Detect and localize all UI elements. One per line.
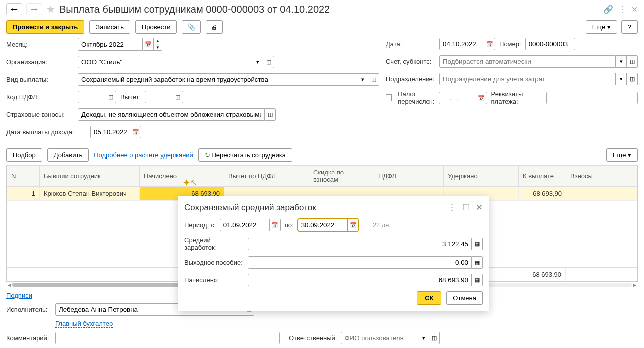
cell-n: 1: [7, 187, 40, 201]
signatures-link[interactable]: Подписи: [6, 292, 32, 299]
more-button-1[interactable]: Еще ▾: [586, 20, 617, 34]
date-label: Дата:: [386, 40, 435, 48]
paperclip-icon: 📎: [187, 23, 195, 31]
dropdown-icon[interactable]: ▾: [357, 73, 368, 86]
print-button[interactable]: 🖨: [206, 20, 223, 34]
ndfl-code-label: Код НДФЛ:: [6, 93, 74, 101]
calendar-icon[interactable]: 📅: [270, 219, 281, 231]
add-button[interactable]: Добавить: [47, 148, 89, 162]
days-count: 22 дн.: [373, 221, 391, 229]
help-button[interactable]: ?: [621, 20, 638, 34]
dropdown-icon[interactable]: ▾: [616, 73, 627, 85]
req-input[interactable]: [546, 92, 638, 104]
popup-title: Сохраняемый средний заработок: [184, 203, 316, 213]
open-icon[interactable]: ◫: [105, 91, 116, 103]
calendar-icon[interactable]: 📅: [130, 126, 141, 138]
col-contrib-discount[interactable]: Скидка по взносам: [309, 166, 374, 187]
month-input[interactable]: [78, 38, 143, 51]
calc-icon[interactable]: ▦: [472, 238, 483, 250]
to-label: по:: [285, 221, 294, 229]
total-to-pay: 68 693,90: [518, 268, 566, 281]
pick-button[interactable]: Подбор: [6, 148, 42, 162]
account-input[interactable]: [439, 55, 616, 68]
forward-button[interactable]: 🡒: [26, 3, 42, 15]
recalc-button[interactable]: ↻ Пересчитать сотрудника: [198, 148, 292, 162]
tax-paid-label: Налог перечислен:: [398, 90, 434, 105]
cell-employee: Крюков Степан Викторович: [40, 187, 140, 201]
dropdown-icon[interactable]: ▾: [616, 55, 627, 68]
open-icon[interactable]: ◫: [429, 332, 440, 344]
dept-label: Подразделение:: [386, 75, 435, 83]
details-link[interactable]: Подробнее о расчете удержаний: [94, 151, 193, 159]
accrued-detail-popup: Сохраняемый средний заработок ⋮ ☐ ✕ Пери…: [178, 196, 489, 311]
col-contrib[interactable]: Взносы: [566, 166, 637, 187]
responsible-input[interactable]: [341, 332, 418, 344]
kebab-icon[interactable]: ⋮: [618, 5, 626, 14]
calendar-icon[interactable]: 📅: [476, 92, 487, 104]
write-button[interactable]: Записать: [89, 20, 130, 34]
col-n[interactable]: N: [7, 166, 40, 187]
avg-salary-input[interactable]: [248, 238, 472, 250]
printer-icon: 🖨: [211, 23, 217, 31]
col-withheld[interactable]: Удержано: [444, 166, 519, 187]
post-and-close-button[interactable]: Провести и закрыть: [6, 20, 84, 34]
severance-label: Выходное пособие:: [184, 259, 244, 266]
open-icon[interactable]: ◫: [263, 56, 274, 68]
month-down[interactable]: ▼: [154, 44, 162, 50]
open-icon[interactable]: ◫: [627, 73, 638, 85]
more-button-2[interactable]: Еще ▾: [606, 148, 638, 162]
cell-to-pay: 68 693,90: [519, 187, 566, 201]
ndfl-code-input[interactable]: [78, 91, 105, 103]
dept-input[interactable]: [439, 73, 616, 85]
calendar-icon[interactable]: 📅: [484, 38, 495, 50]
open-icon[interactable]: ◫: [627, 55, 638, 68]
tax-paid-checkbox[interactable]: [386, 94, 392, 101]
contrib-input[interactable]: [78, 108, 265, 121]
dropdown-icon[interactable]: ▾: [418, 332, 429, 344]
close-icon[interactable]: ✕: [631, 5, 638, 14]
from-label: с:: [211, 221, 216, 229]
tax-date-input[interactable]: [439, 92, 476, 104]
calc-icon[interactable]: ▦: [472, 256, 483, 269]
chief-accountant-link[interactable]: Главный бухгалтер: [55, 320, 113, 328]
open-icon[interactable]: ◫: [368, 73, 379, 86]
col-employee[interactable]: Бывший сотрудник: [40, 166, 140, 187]
link-icon[interactable]: 🔗: [603, 5, 613, 14]
period-label: Период: [184, 221, 207, 229]
refresh-icon: ↻: [205, 151, 210, 159]
popup-close-icon[interactable]: ✕: [476, 202, 483, 213]
col-ndfl[interactable]: НДФЛ: [374, 166, 444, 187]
col-ndfl-deduction[interactable]: Вычет по НДФЛ: [224, 166, 309, 187]
type-input[interactable]: [78, 73, 357, 86]
popup-kebab-icon[interactable]: ⋮: [448, 202, 456, 213]
number-input[interactable]: [525, 38, 575, 50]
org-label: Организация:: [6, 58, 74, 66]
dropdown-icon[interactable]: ▾: [252, 56, 263, 68]
open-icon[interactable]: ◫: [265, 108, 276, 121]
calendar-icon[interactable]: 📅: [348, 219, 359, 231]
month-up[interactable]: ▲: [154, 38, 162, 44]
attach-button[interactable]: 📎: [182, 20, 201, 34]
col-accrued[interactable]: Начислено: [140, 166, 224, 187]
comment-input[interactable]: [55, 332, 280, 344]
back-button[interactable]: 🡐: [6, 3, 22, 15]
date-input[interactable]: [439, 38, 484, 50]
period-to-input[interactable]: [298, 219, 348, 231]
severance-input[interactable]: [248, 256, 472, 269]
period-from-input[interactable]: [220, 219, 270, 231]
col-to-pay[interactable]: К выплате: [519, 166, 566, 187]
star-icon[interactable]: ★: [46, 3, 55, 15]
open-icon[interactable]: ◫: [172, 91, 183, 103]
payout-date-input[interactable]: [90, 126, 130, 138]
deduction-label: Вычет:: [120, 93, 141, 101]
popup-maximize-icon[interactable]: ☐: [462, 202, 470, 213]
calc-icon[interactable]: ▦: [472, 274, 483, 286]
cancel-button[interactable]: Отмена: [446, 291, 483, 305]
type-label: Вид выплаты:: [6, 76, 74, 83]
popup-accrued-input[interactable]: [248, 274, 472, 286]
org-input[interactable]: [78, 56, 252, 68]
deduction-input[interactable]: [145, 91, 172, 103]
calendar-icon[interactable]: 📅: [143, 38, 154, 51]
ok-button[interactable]: ОК: [417, 291, 441, 305]
post-button[interactable]: Провести: [135, 20, 177, 34]
